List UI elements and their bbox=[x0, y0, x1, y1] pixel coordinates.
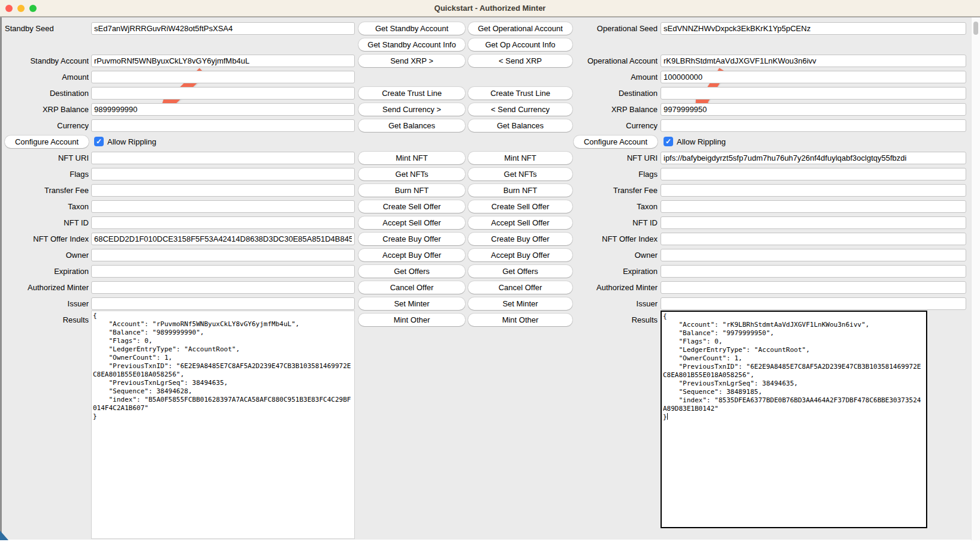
operational-get-operational-account-button[interactable]: Get Operational Account bbox=[468, 22, 572, 35]
operational-burn-nft-button[interactable]: Burn NFT bbox=[468, 184, 572, 197]
titlebar: Quickstart - Authorized Minter bbox=[0, 0, 980, 17]
standby-account-label: Standby Account bbox=[1, 55, 89, 67]
standby-seed-label: Standby Seed bbox=[5, 22, 89, 35]
standby-issuer-field[interactable] bbox=[91, 297, 355, 310]
standby-nft-uri-label: NFT URI bbox=[1, 152, 89, 164]
standby-mint-other-button[interactable]: Mint Other bbox=[358, 314, 465, 326]
operational-create-sell-offer-button[interactable]: Create Sell Offer bbox=[468, 200, 572, 213]
operational-taxon-field[interactable] bbox=[661, 200, 966, 213]
standby-allow-rippling-label: Allow Rippling bbox=[107, 136, 156, 148]
operational-flags-field[interactable] bbox=[661, 168, 966, 180]
operational-allow-rippling-label: Allow Rippling bbox=[677, 136, 726, 148]
operational-amount-label: Amount bbox=[539, 71, 658, 83]
operational-send-currency-button[interactable]: < Send Currency bbox=[468, 103, 572, 116]
standby-issuer-label: Issuer bbox=[1, 297, 89, 310]
standby-results-label: Results bbox=[1, 314, 89, 326]
operational-cancel-offer-button[interactable]: Cancel Offer bbox=[468, 281, 572, 294]
operational-get-nfts-button[interactable]: Get NFTs bbox=[468, 168, 572, 180]
standby-results-output[interactable]: { "Account": "rPuvmoRNf5WNByuxCkLY8vGY6y… bbox=[91, 311, 355, 539]
operational-authorized-minter-field[interactable] bbox=[661, 281, 966, 294]
operational-issuer-field[interactable] bbox=[661, 297, 966, 310]
operational-results-output[interactable]: { "Account": "rK9LBRhStdmtAaVdJXGVF1LnKW… bbox=[661, 311, 927, 528]
operational-destination-field[interactable] bbox=[661, 87, 966, 100]
operational-seed-field[interactable] bbox=[661, 22, 966, 35]
standby-create-trust-line-button[interactable]: Create Trust Line bbox=[358, 87, 465, 100]
standby-nft-uri-field[interactable] bbox=[91, 152, 355, 164]
operational-create-trust-line-button[interactable]: Create Trust Line bbox=[468, 87, 572, 100]
window-title: Quickstart - Authorized Minter bbox=[0, 0, 980, 17]
standby-results-text: { "Account": "rPuvmoRNf5WNByuxCkLY8vGY6y… bbox=[93, 312, 351, 420]
operational-nft-uri-field[interactable] bbox=[661, 152, 966, 164]
operational-currency-field[interactable] bbox=[661, 119, 966, 132]
operational-amount-field[interactable] bbox=[661, 71, 966, 83]
standby-expiration-field[interactable] bbox=[91, 265, 355, 278]
standby-nft-id-field[interactable] bbox=[91, 216, 355, 229]
app-window: Quickstart - Authorized Minter Standby S… bbox=[0, 0, 980, 542]
operational-xrp-balance-field[interactable] bbox=[661, 103, 966, 116]
standby-accept-sell-offer-button[interactable]: Accept Sell Offer bbox=[358, 216, 465, 229]
standby-create-sell-offer-button[interactable]: Create Sell Offer bbox=[358, 200, 465, 213]
standby-flags-label: Flags bbox=[1, 168, 89, 180]
standby-authorized-minter-field[interactable] bbox=[91, 281, 355, 294]
standby-mint-nft-button[interactable]: Mint NFT bbox=[358, 152, 465, 164]
standby-amount-label: Amount bbox=[1, 71, 89, 83]
operational-transfer-fee-field[interactable] bbox=[661, 184, 966, 197]
standby-flags-field[interactable] bbox=[91, 168, 355, 180]
standby-destination-field[interactable] bbox=[91, 87, 355, 100]
operational-create-buy-offer-button[interactable]: Create Buy Offer bbox=[468, 233, 572, 245]
operational-send-xrp-button[interactable]: < Send XRP bbox=[468, 55, 572, 67]
standby-create-buy-offer-button[interactable]: Create Buy Offer bbox=[358, 233, 465, 245]
standby-owner-field[interactable] bbox=[91, 249, 355, 261]
standby-cancel-offer-button[interactable]: Cancel Offer bbox=[358, 281, 465, 294]
standby-taxon-field[interactable] bbox=[91, 200, 355, 213]
standby-taxon-label: Taxon bbox=[1, 200, 89, 213]
operational-account-field[interactable] bbox=[661, 55, 966, 67]
standby-currency-field[interactable] bbox=[91, 119, 355, 132]
standby-accept-buy-offer-button[interactable]: Accept Buy Offer bbox=[358, 249, 465, 261]
standby-get-standby-account-button[interactable]: Get Standby Account bbox=[358, 22, 465, 35]
operational-get-offers-button[interactable]: Get Offers bbox=[468, 265, 572, 278]
window-content: Standby SeedStandby AccountAmountDestina… bbox=[0, 17, 980, 540]
standby-xrp-balance-label: XRP Balance bbox=[1, 103, 89, 116]
standby-allow-rippling-checkbox[interactable]: ✓ bbox=[94, 137, 104, 146]
standby-expiration-label: Expiration bbox=[1, 265, 89, 278]
scrollbar-thumb[interactable] bbox=[973, 22, 978, 35]
standby-set-minter-button[interactable]: Set Minter bbox=[358, 297, 465, 310]
standby-authorized-minter-label: Authorized Minter bbox=[1, 281, 89, 294]
operational-get-balances-button[interactable]: Get Balances bbox=[468, 119, 572, 132]
operational-get-op-account-info-button[interactable]: Get Op Account Info bbox=[468, 38, 572, 51]
standby-get-nfts-button[interactable]: Get NFTs bbox=[358, 168, 465, 180]
standby-seed-field[interactable] bbox=[91, 22, 355, 35]
operational-mint-other-button[interactable]: Mint Other bbox=[468, 314, 572, 326]
standby-transfer-fee-field[interactable] bbox=[91, 184, 355, 197]
standby-get-standby-account-info-button[interactable]: Get Standby Account Info bbox=[358, 38, 465, 51]
standby-amount-field[interactable] bbox=[91, 71, 355, 83]
standby-nft-offer-index-label: NFT Offer Index bbox=[1, 233, 89, 245]
standby-get-offers-button[interactable]: Get Offers bbox=[358, 265, 465, 278]
text-cursor bbox=[667, 413, 668, 420]
operational-results-text: { "Account": "rK9LBRhStdmtAaVdJXGVF1LnKW… bbox=[663, 312, 921, 421]
standby-xrp-balance-field[interactable] bbox=[91, 103, 355, 116]
standby-owner-label: Owner bbox=[1, 249, 89, 261]
operational-set-minter-button[interactable]: Set Minter bbox=[468, 297, 572, 310]
operational-mint-nft-button[interactable]: Mint NFT bbox=[468, 152, 572, 164]
standby-nft-id-label: NFT ID bbox=[1, 216, 89, 229]
standby-send-currency-button[interactable]: Send Currency > bbox=[358, 103, 465, 116]
operational-nft-offer-index-field[interactable] bbox=[661, 233, 966, 245]
standby-account-field[interactable] bbox=[91, 55, 355, 67]
operational-nft-id-field[interactable] bbox=[661, 216, 966, 229]
blue-corner-decoration bbox=[0, 531, 8, 540]
standby-transfer-fee-label: Transfer Fee bbox=[1, 184, 89, 197]
operational-allow-rippling-checkbox[interactable]: ✓ bbox=[664, 137, 673, 146]
operational-accept-buy-offer-button[interactable]: Accept Buy Offer bbox=[468, 249, 572, 261]
vertical-scrollbar[interactable] bbox=[971, 17, 980, 540]
operational-accept-sell-offer-button[interactable]: Accept Sell Offer bbox=[468, 216, 572, 229]
standby-configure-account-button[interactable]: Configure Account bbox=[5, 136, 89, 148]
operational-owner-field[interactable] bbox=[661, 249, 966, 261]
standby-burn-nft-button[interactable]: Burn NFT bbox=[358, 184, 465, 197]
standby-send-xrp-button[interactable]: Send XRP > bbox=[358, 55, 465, 67]
standby-get-balances-button[interactable]: Get Balances bbox=[358, 119, 465, 132]
operational-expiration-field[interactable] bbox=[661, 265, 966, 278]
operational-configure-account-button[interactable]: Configure Account bbox=[574, 136, 658, 148]
standby-nft-offer-index-field[interactable] bbox=[91, 233, 355, 245]
